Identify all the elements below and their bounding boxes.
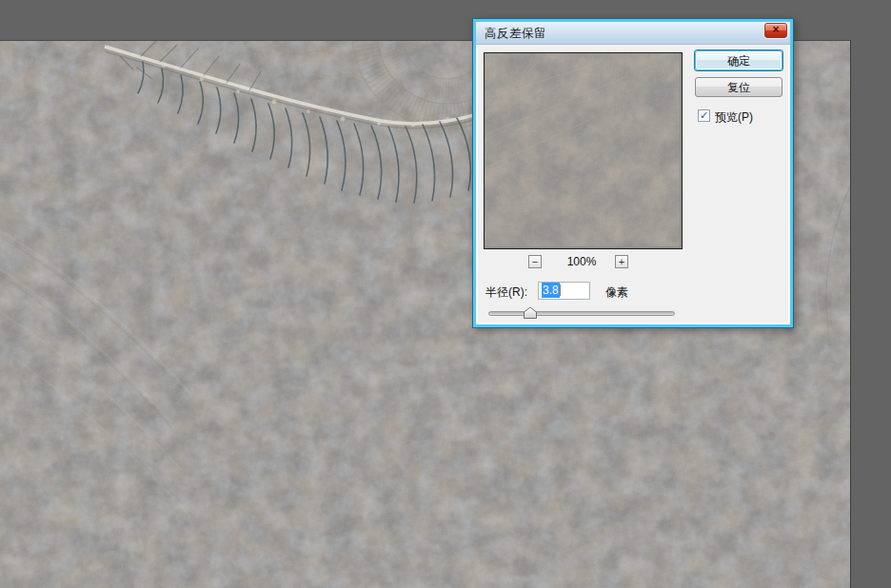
plus-icon: + [616, 257, 627, 267]
ok-button[interactable]: 确定 [695, 50, 782, 70]
preview-checkbox-label[interactable]: 预览(P) [715, 109, 753, 126]
preview-texture [485, 53, 680, 246]
high-pass-dialog: 高反差保留 × − 100% + 半径(R): 3.8 [472, 18, 794, 328]
check-icon: ✓ [699, 110, 709, 121]
slider-thumb[interactable] [523, 306, 538, 320]
reset-label: 复位 [727, 81, 750, 94]
reset-button[interactable]: 复位 [695, 77, 782, 97]
radius-input[interactable]: 3.8 [538, 282, 590, 300]
text-caret [560, 284, 561, 296]
radius-unit-label: 像素 [605, 284, 628, 301]
zoom-level: 100% [557, 255, 606, 268]
close-button[interactable]: × [764, 23, 787, 38]
radius-label: 半径(R): [485, 284, 527, 301]
minus-icon: − [529, 257, 541, 267]
close-icon: × [765, 24, 786, 36]
radius-slider[interactable] [488, 304, 675, 322]
zoom-out-button[interactable]: − [528, 255, 542, 268]
dialog-title: 高反差保留 [485, 26, 546, 42]
slider-track[interactable] [488, 311, 675, 316]
ok-label: 确定 [727, 54, 750, 68]
preview-checkbox[interactable]: ✓ [698, 109, 710, 122]
preview-thumbnail[interactable] [484, 52, 683, 249]
zoom-in-button[interactable]: + [615, 255, 628, 268]
dialog-titlebar[interactable]: 高反差保留 [476, 22, 790, 45]
radius-value: 3.8 [542, 283, 560, 298]
